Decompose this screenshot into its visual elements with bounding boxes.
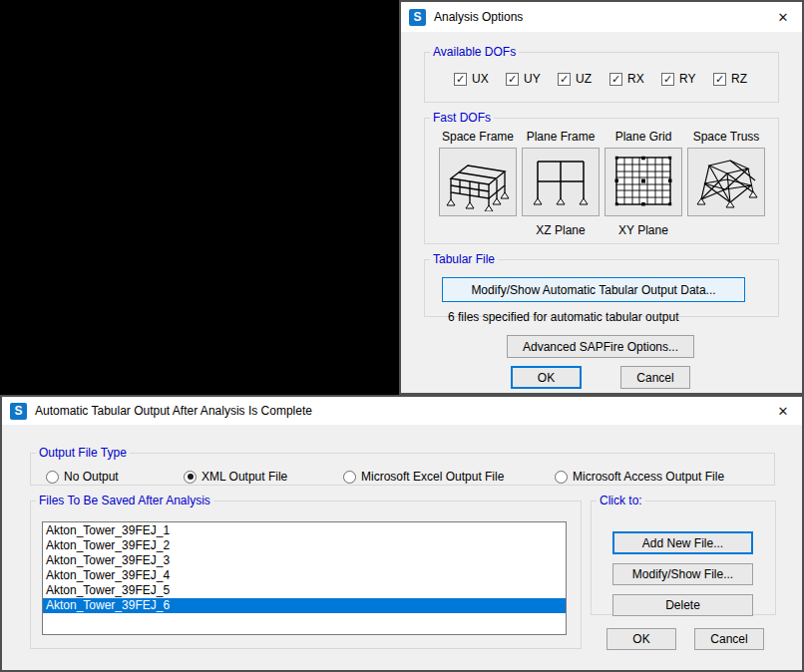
available-dofs-group: Available DOFs ✓ UX ✓ UY ✓ UZ ✓ RX <box>424 45 779 103</box>
ux-checkbox[interactable]: ✓ <box>454 73 467 86</box>
space-frame-label: Space Frame <box>442 130 514 148</box>
plane-frame-column: Plane Frame <box>522 130 600 237</box>
plane-frame-label: Plane Frame <box>527 130 596 148</box>
check-icon: ✓ <box>663 74 672 85</box>
rx-label: RX <box>627 72 644 86</box>
dof-ry: ✓ RY <box>661 72 713 86</box>
plane-grid-icon <box>609 153 677 211</box>
plane-grid-sublabel: XY Plane <box>618 223 668 237</box>
uy-checkbox[interactable]: ✓ <box>506 73 519 86</box>
list-item-selected[interactable]: Akton_Tower_39FEJ_6 <box>43 598 566 613</box>
space-truss-button[interactable] <box>687 148 765 216</box>
radio-excel-output[interactable]: Microsoft Excel Output File <box>343 470 504 484</box>
app-canvas: { "icons": { "app_logo_letter": "S", "cl… <box>0 0 804 672</box>
modify-show-file-button[interactable]: Modify/Show File... <box>612 563 753 585</box>
tabular-output-title: Automatic Tabular Output After Analysis … <box>35 404 312 418</box>
no-output-label: No Output <box>64 470 119 484</box>
excel-output-label: Microsoft Excel Output File <box>361 470 504 484</box>
uz-checkbox[interactable]: ✓ <box>558 73 571 86</box>
access-output-label: Microsoft Access Output File <box>573 470 724 484</box>
list-item[interactable]: Akton_Tower_39FEJ_1 <box>43 523 566 538</box>
close-icon[interactable]: ✕ <box>770 404 796 419</box>
modify-show-tabular-output-button[interactable]: Modify/Show Automatic Tabular Output Dat… <box>442 277 745 302</box>
check-icon: ✓ <box>611 74 620 85</box>
tabular-output-cancel-button[interactable]: Cancel <box>694 628 764 650</box>
analysis-options-titlebar: S Analysis Options ✕ <box>401 2 802 32</box>
ry-label: RY <box>679 72 695 86</box>
xml-output-label: XML Output File <box>201 470 287 484</box>
check-icon: ✓ <box>456 74 465 85</box>
rz-checkbox[interactable]: ✓ <box>713 73 726 86</box>
tabular-file-status-text: 6 files specified for automatic tabular … <box>448 310 678 324</box>
tabular-output-body: Output File Type No Output XML Output Fi… <box>2 425 802 670</box>
check-icon: ✓ <box>715 74 724 85</box>
dof-uz: ✓ UZ <box>558 72 609 86</box>
excel-output-radio-icon[interactable] <box>343 471 356 484</box>
plane-frame-sublabel: XZ Plane <box>536 223 585 237</box>
output-file-type-group: Output File Type No Output XML Output Fi… <box>30 446 775 486</box>
click-to-group: Click to: Add New File... Modify/Show Fi… <box>591 494 776 615</box>
plane-frame-button[interactable] <box>522 148 600 216</box>
space-frame-column: Space Frame <box>439 130 517 237</box>
tabular-file-group: Tabular File Modify/Show Automatic Tabul… <box>424 252 779 317</box>
click-to-label: Click to: <box>597 494 645 507</box>
plane-grid-label: Plane Grid <box>615 130 672 148</box>
plane-frame-icon <box>527 153 595 211</box>
tabular-output-ok-button[interactable]: OK <box>606 628 676 650</box>
list-item[interactable]: Akton_Tower_39FEJ_3 <box>43 553 566 568</box>
ux-label: UX <box>472 72 489 86</box>
radio-selected-dot <box>188 474 194 480</box>
space-frame-button[interactable] <box>439 148 517 216</box>
analysis-options-title: Analysis Options <box>434 10 523 24</box>
dof-rz: ✓ RZ <box>713 72 765 86</box>
space-truss-icon <box>692 153 760 211</box>
tabular-file-label: Tabular File <box>430 252 498 266</box>
fast-dofs-group: Fast DOFs Space Frame <box>424 111 779 244</box>
rz-label: RZ <box>731 72 747 86</box>
space-truss-column: Space Truss <box>687 130 765 237</box>
space-frame-icon <box>444 153 512 211</box>
rx-checkbox[interactable]: ✓ <box>609 73 622 86</box>
sap2000-logo-icon: S <box>10 403 27 420</box>
files-listbox[interactable]: Akton_Tower_39FEJ_1 Akton_Tower_39FEJ_2 … <box>42 521 567 635</box>
check-icon: ✓ <box>560 74 569 85</box>
radio-access-output[interactable]: Microsoft Access Output File <box>555 470 724 484</box>
available-dofs-label: Available DOFs <box>430 45 519 59</box>
tabular-output-titlebar: S Automatic Tabular Output After Analysi… <box>2 397 802 425</box>
dof-checkbox-row: ✓ UX ✓ UY ✓ UZ ✓ RX ✓ RY <box>454 72 778 86</box>
output-file-type-label: Output File Type <box>36 446 130 460</box>
list-item[interactable]: Akton_Tower_39FEJ_5 <box>43 583 566 598</box>
plane-grid-button[interactable] <box>604 148 682 216</box>
sap2000-logo-icon: S <box>409 9 426 26</box>
fast-dofs-columns: Space Frame <box>439 130 778 237</box>
no-output-radio-icon[interactable] <box>46 471 59 484</box>
plane-grid-column: Plane Grid <box>604 130 682 237</box>
files-to-be-saved-group: Files To Be Saved After Analysis Akton_T… <box>30 494 582 649</box>
analysis-options-ok-button[interactable]: OK <box>511 366 582 389</box>
list-item[interactable]: Akton_Tower_39FEJ_4 <box>43 568 566 583</box>
radio-no-output[interactable]: No Output <box>46 470 119 484</box>
dof-rx: ✓ RX <box>609 72 661 86</box>
radio-xml-output[interactable]: XML Output File <box>184 470 287 484</box>
list-item[interactable]: Akton_Tower_39FEJ_2 <box>43 538 566 553</box>
analysis-options-cancel-button[interactable]: Cancel <box>620 366 690 389</box>
fast-dofs-label: Fast DOFs <box>430 111 494 125</box>
tabular-output-dialog: S Automatic Tabular Output After Analysi… <box>0 395 804 672</box>
add-new-file-button[interactable]: Add New File... <box>612 531 753 554</box>
ry-checkbox[interactable]: ✓ <box>661 73 674 86</box>
dof-uy: ✓ UY <box>506 72 558 86</box>
delete-file-button[interactable]: Delete <box>612 594 753 616</box>
advanced-sapfire-options-button[interactable]: Advanced SAPFire Options... <box>507 335 694 358</box>
uy-label: UY <box>524 72 541 86</box>
files-to-be-saved-label: Files To Be Saved After Analysis <box>36 494 213 507</box>
analysis-options-dialog: S Analysis Options ✕ Available DOFs ✓ UX… <box>399 0 804 395</box>
access-output-radio-icon[interactable] <box>555 471 568 484</box>
analysis-options-body: Available DOFs ✓ UX ✓ UY ✓ UZ ✓ RX <box>401 32 802 393</box>
xml-output-radio-icon[interactable] <box>184 471 197 484</box>
uz-label: UZ <box>576 72 592 86</box>
close-icon[interactable]: ✕ <box>770 10 796 25</box>
space-truss-label: Space Truss <box>693 130 760 148</box>
check-icon: ✓ <box>508 74 517 85</box>
dof-ux: ✓ UX <box>454 72 506 86</box>
